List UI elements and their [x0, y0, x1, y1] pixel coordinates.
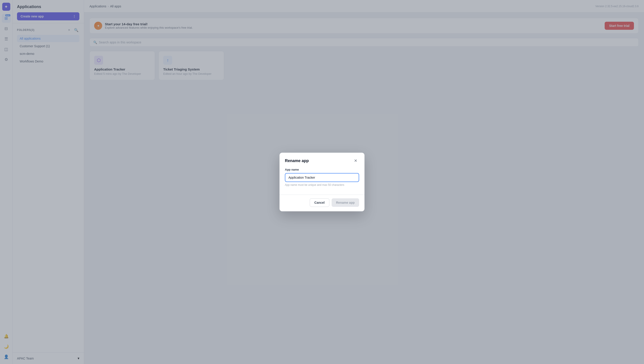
- modal-close-button[interactable]: ✕: [352, 157, 359, 164]
- close-icon: ✕: [354, 158, 357, 163]
- modal-title: Rename app: [285, 158, 309, 163]
- app-name-label: App name: [285, 168, 359, 171]
- modal-body: App name App name must be unique and max…: [280, 168, 364, 191]
- modal-footer: Cancel Rename app: [280, 195, 364, 211]
- rename-app-modal: Rename app ✕ App name App name must be u…: [280, 153, 364, 211]
- modal-overlay[interactable]: Rename app ✕ App name App name must be u…: [0, 0, 644, 364]
- form-hint: App name must be unique and max 50 chara…: [285, 183, 359, 187]
- modal-header: Rename app ✕: [280, 153, 364, 168]
- cancel-button[interactable]: Cancel: [310, 198, 330, 207]
- rename-app-button[interactable]: Rename app: [332, 198, 359, 207]
- app-name-input[interactable]: [285, 173, 359, 182]
